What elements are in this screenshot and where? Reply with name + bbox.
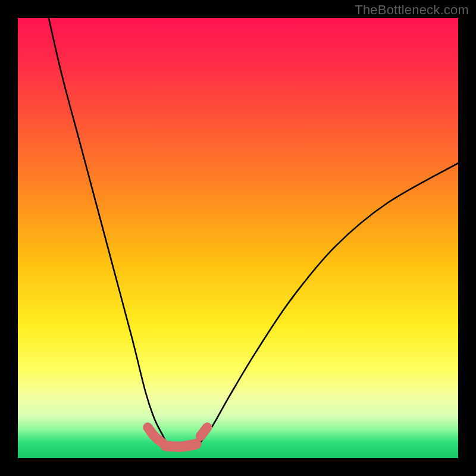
curve-right [198, 163, 458, 445]
chart-frame: TheBottleneck.com [0, 0, 476, 476]
floor-segment-valley [165, 444, 196, 447]
curve-layer [18, 18, 458, 458]
curve-left [49, 18, 168, 445]
attribution-label: TheBottleneck.com [355, 2, 469, 18]
floor-markers [148, 427, 207, 447]
floor-segment-right-cap [201, 427, 207, 436]
plot-area [18, 18, 458, 458]
